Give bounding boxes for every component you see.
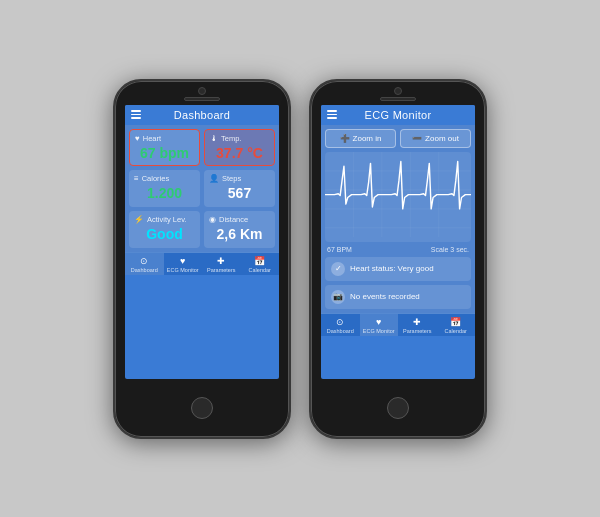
phones-container: Dashboard ♥ Heart 67 bpm 🌡 Temp.: [113, 79, 487, 439]
nav-params-icon-2: ✚: [413, 317, 421, 327]
screen-dashboard: Dashboard ♥ Heart 67 bpm 🌡 Temp.: [125, 105, 279, 379]
activity-card-header: ⚡ Activity Lev.: [134, 215, 195, 224]
heart-card-header: ♥ Heart: [135, 134, 194, 143]
phone-ecg: ECG Monitor ➕ Zoom in ➖ Zoom out: [309, 79, 487, 439]
nav-ecg-icon-1: ♥: [180, 256, 185, 266]
phone-bottom-bar-1: [191, 379, 213, 437]
camera-2: [394, 87, 402, 95]
ecg-title: ECG Monitor: [365, 109, 432, 121]
heart-icon: ♥: [135, 134, 140, 143]
home-button-1[interactable]: [191, 397, 213, 419]
nav-calendar-1[interactable]: 📅 Calendar: [241, 253, 280, 275]
menu-icon-1[interactable]: [131, 110, 141, 119]
menu-line: [327, 117, 337, 119]
camera-1: [198, 87, 206, 95]
zoom-out-icon: ➖: [412, 134, 422, 143]
menu-icon-2[interactable]: [327, 110, 337, 119]
ecg-zoom-row: ➕ Zoom in ➖ Zoom out: [325, 129, 471, 148]
nav-dashboard-icon-2: ⊙: [336, 317, 344, 327]
steps-label: Steps: [222, 174, 241, 183]
ecg-bpm-label: 67 BPM: [327, 246, 352, 253]
ecg-graph: [325, 152, 471, 242]
nav-calendar-icon-1: 📅: [254, 256, 265, 266]
nav-dashboard-2[interactable]: ⊙ Dashboard: [321, 314, 360, 336]
phone-top-bar-2: [311, 81, 485, 101]
distance-value: 2,6 Km: [209, 226, 270, 242]
heart-status-text: Heart status: Very good: [350, 264, 434, 273]
ecg-content: ➕ Zoom in ➖ Zoom out: [321, 125, 475, 313]
nav-calendar-icon-2: 📅: [450, 317, 461, 327]
heart-card: ♥ Heart 67 bpm: [129, 129, 200, 166]
ecg-header: ECG Monitor: [321, 105, 475, 125]
distance-icon: ◉: [209, 215, 216, 224]
menu-line: [131, 117, 141, 119]
distance-card: ◉ Distance 2,6 Km: [204, 211, 275, 248]
steps-icon: 👤: [209, 174, 219, 183]
phone-top-bar-1: [115, 81, 289, 101]
nav-calendar-2[interactable]: 📅 Calendar: [437, 314, 476, 336]
phone-dashboard: Dashboard ♥ Heart 67 bpm 🌡 Temp.: [113, 79, 291, 439]
calories-label: Calories: [142, 174, 170, 183]
speaker-1: [184, 97, 220, 101]
nav-ecg-2[interactable]: ♥ ECG Monitor: [360, 314, 399, 336]
zoom-in-icon: ➕: [340, 134, 350, 143]
ecg-waveform: [325, 152, 471, 237]
heart-label: Heart: [143, 134, 161, 143]
steps-card: 👤 Steps 567: [204, 170, 275, 207]
menu-line: [327, 110, 337, 112]
nav-params-1[interactable]: ✚ Parameters: [202, 253, 241, 275]
calories-icon: ≡: [134, 174, 139, 183]
steps-card-header: 👤 Steps: [209, 174, 270, 183]
activity-icon: ⚡: [134, 215, 144, 224]
temp-icon: 🌡: [210, 134, 218, 143]
nav-dashboard-label-2: Dashboard: [327, 328, 354, 334]
temp-card-header: 🌡 Temp.: [210, 134, 269, 143]
dashboard-cards: ♥ Heart 67 bpm 🌡 Temp. 37.7 °C ≡: [125, 125, 279, 252]
temp-label: Temp.: [221, 134, 241, 143]
heart-value: 67 bpm: [135, 145, 194, 161]
nav-dashboard-label-1: Dashboard: [131, 267, 158, 273]
activity-label: Activity Lev.: [147, 215, 186, 224]
nav-ecg-label-1: ECG Monitor: [167, 267, 199, 273]
heart-status-icon: ✓: [331, 262, 345, 276]
zoom-in-label: Zoom in: [353, 134, 382, 143]
nav-calendar-label-1: Calendar: [249, 267, 271, 273]
screen-ecg: ECG Monitor ➕ Zoom in ➖ Zoom out: [321, 105, 475, 379]
temp-value: 37.7 °C: [210, 145, 269, 161]
events-icon: 📷: [331, 290, 345, 304]
distance-label: Distance: [219, 215, 248, 224]
ecg-nav: ⊙ Dashboard ♥ ECG Monitor ✚ Parameters 📅…: [321, 313, 475, 336]
dashboard-nav: ⊙ Dashboard ♥ ECG Monitor ✚ Parameters 📅…: [125, 252, 279, 275]
distance-card-header: ◉ Distance: [209, 215, 270, 224]
nav-calendar-label-2: Calendar: [445, 328, 467, 334]
phone-bottom-bar-2: [387, 379, 409, 437]
nav-ecg-1[interactable]: ♥ ECG Monitor: [164, 253, 203, 275]
dashboard-header: Dashboard: [125, 105, 279, 125]
activity-value: Good: [134, 226, 195, 242]
dashboard-title: Dashboard: [174, 109, 231, 121]
nav-params-label-1: Parameters: [207, 267, 235, 273]
nav-ecg-icon-2: ♥: [376, 317, 381, 327]
ecg-info-row: 67 BPM Scale 3 sec.: [325, 246, 471, 253]
ecg-scale-label: Scale 3 sec.: [431, 246, 469, 253]
ecg-events-status: 📷 No events recorded: [325, 285, 471, 309]
calories-card: ≡ Calories 1.200: [129, 170, 200, 207]
events-text: No events recorded: [350, 292, 420, 301]
zoom-out-label: Zoom out: [425, 134, 459, 143]
nav-dashboard-1[interactable]: ⊙ Dashboard: [125, 253, 164, 275]
nav-params-label-2: Parameters: [403, 328, 431, 334]
nav-dashboard-icon-1: ⊙: [140, 256, 148, 266]
calories-card-header: ≡ Calories: [134, 174, 195, 183]
menu-line: [327, 114, 337, 116]
steps-value: 567: [209, 185, 270, 201]
nav-params-2[interactable]: ✚ Parameters: [398, 314, 437, 336]
nav-ecg-label-2: ECG Monitor: [363, 328, 395, 334]
home-button-2[interactable]: [387, 397, 409, 419]
ecg-heart-status: ✓ Heart status: Very good: [325, 257, 471, 281]
zoom-out-button[interactable]: ➖ Zoom out: [400, 129, 471, 148]
temp-card: 🌡 Temp. 37.7 °C: [204, 129, 275, 166]
zoom-in-button[interactable]: ➕ Zoom in: [325, 129, 396, 148]
calories-value: 1.200: [134, 185, 195, 201]
menu-line: [131, 114, 141, 116]
activity-card: ⚡ Activity Lev. Good: [129, 211, 200, 248]
